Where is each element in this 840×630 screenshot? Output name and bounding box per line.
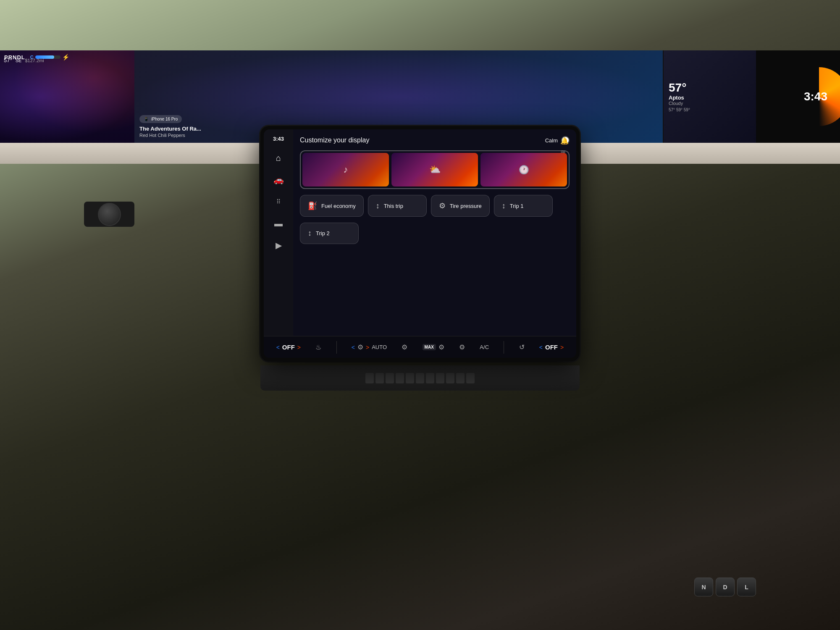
music-theme-icon: ♪: [344, 164, 348, 175]
screen-bezel: 3:43 ⌂ 🚗 ⠿ ▬ ▶ Customize your display: [260, 126, 580, 361]
passenger-temp-up-arrow[interactable]: >: [560, 344, 564, 351]
control-slot-1: [365, 373, 374, 383]
trip1-icon: ↕: [502, 202, 506, 210]
control-slot-11: [466, 373, 475, 383]
trip1-label: Trip 1: [510, 203, 524, 209]
passenger-temp-group: < OFF >: [539, 344, 564, 351]
gear-key-d[interactable]: D: [716, 578, 735, 596]
theme-card-music[interactable]: ♪: [302, 153, 389, 186]
sidebar: 3:43 ⌂ 🚗 ⠿ ▬ ▶: [264, 129, 293, 358]
control-slot-5: [406, 373, 414, 383]
left-vent: [84, 202, 134, 227]
fan-group: < ⚙ > AUTO: [352, 343, 387, 351]
theme-card-clock[interactable]: 🕐: [480, 153, 567, 186]
iphone-badge: 📱 iPhone 16 Pro: [139, 115, 182, 123]
control-slot-3: [386, 373, 394, 383]
weather-temperature: 57°: [669, 81, 751, 94]
weather-theme-icon: ⛅: [429, 164, 441, 175]
main-screen: 3:43 ⌂ 🚗 ⠿ ▬ ▶ Customize your display: [264, 129, 576, 358]
sidebar-item-play[interactable]: ▶: [269, 236, 288, 255]
sidebar-item-vehicle[interactable]: 🚗: [269, 171, 288, 189]
tire-pressure-label: Tire pressure: [450, 203, 482, 209]
fuel-economy-label: Fuel economy: [321, 203, 356, 209]
cluster-right: 3:43: [756, 50, 840, 143]
screen-title: Customize your display: [300, 136, 369, 144]
recirculate-icon[interactable]: ↺: [519, 343, 525, 351]
top-bar: Customize your display Calm 🔔 ≋ ◁: [300, 136, 570, 144]
calm-label: Calm: [545, 137, 558, 144]
control-slot-7: [426, 373, 434, 383]
ac-label[interactable]: A/C: [480, 344, 489, 350]
control-slot-4: [396, 373, 404, 383]
this-trip-widget[interactable]: ↕ This trip: [368, 195, 427, 217]
climate-separator-1: [336, 341, 337, 354]
control-slot-10: [456, 373, 465, 383]
driver-temp-value: OFF: [282, 344, 295, 351]
max-badge: MAX: [423, 344, 436, 350]
cluster-time: 3:43: [804, 90, 827, 103]
prndl-bar: PRNDL C ⚡ 57° SE $127.2mi: [4, 54, 69, 60]
weather-section: 57° Aptos Cloudy 57° 59° 59°: [664, 50, 756, 143]
clock-theme-icon: 🕐: [519, 165, 529, 175]
vent-knob[interactable]: [98, 203, 121, 226]
driver-temp-group: < OFF >: [276, 344, 301, 351]
driver-temp-up-arrow[interactable]: >: [297, 344, 301, 351]
fuel-economy-widget[interactable]: ⛽ Fuel economy: [300, 195, 364, 217]
fan-down-arrow[interactable]: <: [352, 344, 355, 351]
rear-defrost-icon[interactable]: ⚙: [459, 343, 465, 351]
battery-icon: ⚡: [62, 54, 69, 60]
gear-key-n[interactable]: N: [694, 578, 713, 596]
widget-grid-row2: ↕ Trip 2: [300, 223, 570, 244]
temp-display: 57° SE $127.2mi: [4, 57, 44, 63]
theme-card-weather[interactable]: ⛅: [391, 153, 478, 186]
car-icon: 🚗: [273, 175, 284, 185]
sidebar-item-apps[interactable]: ⠿: [269, 192, 288, 211]
theme-cards: ♪ ⛅ 🕐: [300, 150, 570, 189]
apps-icon: ⠿: [276, 198, 281, 205]
seat-heat-icon[interactable]: ♨: [315, 343, 321, 351]
home-icon: ⌂: [276, 153, 281, 163]
control-slot-2: [375, 373, 384, 383]
instrument-cluster-left: PRNDL C ⚡ 57° SE $127.2mi: [0, 50, 134, 143]
gear-key-l[interactable]: L: [737, 578, 756, 596]
this-trip-icon: ↕: [376, 202, 380, 210]
control-slot-8: [436, 373, 444, 383]
trip2-widget[interactable]: ↕ Trip 2: [300, 223, 359, 244]
weather-city: Aptos: [669, 94, 751, 101]
windshield-icon[interactable]: ⚙: [402, 343, 407, 351]
driver-temp-down-arrow[interactable]: <: [276, 344, 280, 351]
trip1-widget[interactable]: ↕ Trip 1: [494, 195, 553, 217]
fan-up-arrow[interactable]: >: [366, 344, 369, 351]
physical-controls: [260, 365, 580, 391]
passenger-temp-down-arrow[interactable]: <: [539, 344, 543, 351]
sidebar-time: 3:43: [273, 136, 284, 142]
gear-area: N D L: [694, 578, 756, 596]
sidebar-item-home[interactable]: ⌂: [269, 149, 288, 167]
control-slot-9: [446, 373, 454, 383]
tire-pressure-icon: ⚙: [439, 201, 446, 210]
trip2-label: Trip 2: [316, 230, 330, 236]
defrost-icon[interactable]: ⚙: [438, 343, 444, 351]
phone-icon: 📱: [144, 117, 149, 121]
fuel-icon: ⛽: [308, 201, 317, 210]
climate-separator-2: [504, 341, 504, 354]
main-content: Customize your display Calm 🔔 ≋ ◁ ♪: [293, 129, 576, 358]
sidebar-item-media[interactable]: ▬: [269, 214, 288, 233]
passenger-temp-value: OFF: [545, 344, 558, 351]
media-icon: ▬: [274, 219, 283, 228]
control-slot-6: [416, 373, 424, 383]
defrost-group: MAX ⚙: [423, 343, 444, 351]
bell-icon[interactable]: 🔔: [560, 137, 569, 145]
widget-grid-row1: ⛽ Fuel economy ↕ This trip ⚙ Tire pressu…: [300, 195, 570, 217]
fan-value: AUTO: [372, 344, 387, 350]
tire-pressure-widget[interactable]: ⚙ Tire pressure: [431, 195, 490, 217]
weather-condition: Cloudy: [669, 101, 751, 106]
play-icon: ▶: [276, 240, 282, 250]
weather-temps: 57° 59° 59°: [669, 108, 751, 112]
climate-bar: < OFF > ♨ < ⚙ > AUTO ⚙ MAX ⚙ ⚙ A/C: [264, 336, 576, 358]
fan-icon: ⚙: [357, 343, 363, 351]
this-trip-label: This trip: [384, 203, 403, 209]
music-source: iPhone 16 Pro: [151, 117, 178, 121]
trip2-icon: ↕: [308, 229, 312, 238]
